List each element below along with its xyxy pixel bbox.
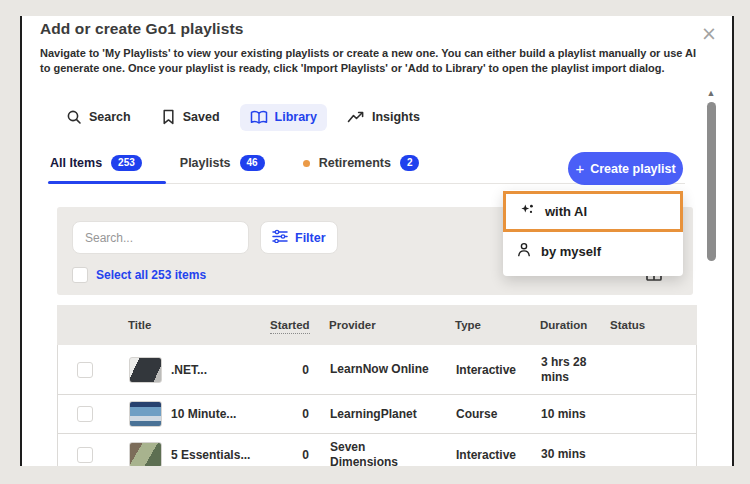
ai-sparkle-icon [520, 203, 535, 221]
select-all-row: Select all 253 items [72, 267, 206, 283]
scrollbar: ▲ [705, 88, 717, 261]
create-playlist-button[interactable]: + Create playlist [568, 152, 683, 185]
row-duration: 30 mins [541, 447, 587, 462]
top-nav: Search Saved Library Insights [56, 102, 430, 132]
select-all-checkbox[interactable] [72, 267, 88, 283]
trend-arrow-icon [347, 110, 365, 124]
nav-label: Insights [372, 110, 420, 124]
search-input[interactable] [72, 221, 249, 254]
course-thumbnail [129, 357, 162, 383]
row-started: 0 [271, 448, 321, 462]
count-badge: 2 [400, 155, 420, 171]
column-header-title: Title [110, 319, 270, 331]
row-started: 0 [271, 363, 321, 377]
row-started: 0 [271, 407, 321, 421]
table-row: .NET... 0 LearnNow Online Interactive 3 … [58, 345, 696, 395]
retirement-dot-icon [303, 160, 310, 167]
column-header-started[interactable]: Started [270, 319, 320, 331]
row-checkbox[interactable] [77, 447, 93, 463]
menu-item-label: by myself [541, 244, 601, 259]
bookmark-icon [161, 109, 176, 125]
filter-icon [272, 229, 288, 246]
row-title: .NET... [171, 363, 207, 377]
row-duration: 3 hrs 28 mins [541, 355, 587, 385]
scroll-up-arrow-icon[interactable]: ▲ [705, 88, 717, 98]
course-thumbnail [129, 442, 162, 467]
tab-label: Retirements [319, 156, 391, 170]
row-duration: 10 mins [541, 407, 587, 422]
table-header: Title Started Provider Type Duration Sta… [57, 305, 697, 345]
select-all-label[interactable]: Select all 253 items [96, 268, 206, 282]
column-header-duration: Duration [540, 319, 610, 331]
go1-playlists-dialog: × Add or create Go1 playlists Navigate t… [20, 16, 734, 466]
column-header-type: Type [455, 319, 540, 331]
create-playlist-label: Create playlist [590, 162, 675, 176]
menu-item-by-myself[interactable]: by myself [503, 232, 683, 270]
row-title: 10 Minute... [171, 407, 236, 421]
row-checkbox[interactable] [77, 362, 93, 378]
menu-item-label: with AI [545, 204, 587, 219]
column-header-status: Status [610, 319, 697, 331]
nav-item-search[interactable]: Search [56, 103, 141, 131]
search-icon [66, 109, 82, 125]
tab-retirements[interactable]: Retirements 2 [303, 155, 420, 171]
column-header-provider: Provider [320, 319, 455, 331]
plus-icon: + [575, 161, 584, 176]
nav-item-insights[interactable]: Insights [337, 104, 430, 130]
row-provider: LearnNow Online [321, 362, 431, 377]
count-badge: 46 [240, 155, 265, 171]
filter-button[interactable]: Filter [260, 221, 338, 254]
row-title: 5 Essentials... [171, 448, 250, 462]
row-provider: Seven Dimensions [321, 440, 431, 467]
filter-label: Filter [295, 231, 326, 245]
dialog-description: Navigate to 'My Playlists' to view your … [40, 46, 708, 77]
row-type: Course [456, 407, 541, 421]
close-icon[interactable]: × [698, 22, 720, 44]
tab-label: All Items [50, 156, 102, 170]
create-playlist-menu: with AI by myself [503, 190, 683, 276]
row-type: Interactive [456, 448, 541, 462]
nav-item-saved[interactable]: Saved [151, 103, 230, 131]
row-checkbox[interactable] [77, 406, 93, 422]
menu-item-with-ai[interactable]: with AI [503, 191, 683, 232]
row-type: Interactive [456, 363, 541, 377]
table-body: .NET... 0 LearnNow Online Interactive 3 … [57, 345, 697, 466]
scrollbar-thumb[interactable] [707, 102, 716, 261]
nav-item-library[interactable]: Library [240, 104, 327, 131]
person-icon [517, 242, 531, 260]
row-provider: LearningPlanet [321, 407, 431, 422]
open-book-icon [250, 110, 268, 125]
count-badge: 253 [111, 155, 142, 171]
table-row: 5 Essentials... 0 Seven Dimensions Inter… [58, 434, 696, 466]
nav-label: Search [89, 110, 131, 124]
tab-label: Playlists [180, 156, 231, 170]
page-title: Add or create Go1 playlists [40, 20, 243, 38]
active-tab-underline [48, 181, 166, 184]
table-row: 10 Minute... 0 LearningPlanet Course 10 … [58, 395, 696, 434]
nav-label: Saved [183, 110, 220, 124]
course-thumbnail [129, 401, 162, 427]
nav-label: Library [275, 110, 317, 124]
content-table: Title Started Provider Type Duration Sta… [57, 305, 697, 466]
tab-all-items[interactable]: All Items 253 [50, 155, 142, 171]
tab-playlists[interactable]: Playlists 46 [180, 155, 265, 171]
